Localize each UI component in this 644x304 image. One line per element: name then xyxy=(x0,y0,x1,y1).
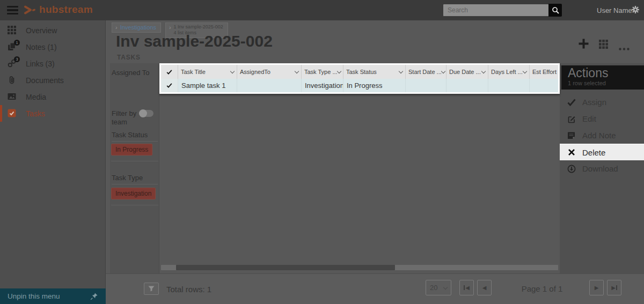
sidebar-item-label: Notes (1) xyxy=(26,43,57,51)
funnel-icon xyxy=(148,286,155,292)
prev-page-button[interactable]: ◀ xyxy=(477,280,492,295)
sidebar-item-label: Documents xyxy=(26,76,64,85)
settings-gear-icon[interactable] xyxy=(631,5,640,16)
action-assign[interactable]: Assign xyxy=(560,94,644,110)
last-page-icon xyxy=(616,285,617,290)
action-edit[interactable]: Edit xyxy=(560,110,644,127)
user-name[interactable]: User Name xyxy=(597,6,632,14)
page-size-select[interactable]: 20 xyxy=(426,280,451,295)
next-page-button[interactable]: ▶ xyxy=(589,280,604,295)
logo-text: hubstream xyxy=(39,4,93,16)
menu-icon[interactable] xyxy=(7,6,18,16)
total-rows-label: Total rows: 1 xyxy=(166,285,211,294)
next-page-icon: ▶ xyxy=(595,285,599,291)
search-bar xyxy=(443,4,562,17)
edit-icon xyxy=(567,115,576,123)
page-indicator: Page 1 of 1 xyxy=(510,284,574,293)
page-title: Inv sample-2025-002 xyxy=(116,32,273,50)
column-header-start-date[interactable]: Start Date ... xyxy=(406,65,447,79)
filter-divider xyxy=(111,205,158,205)
sidebar-item-label: Links (3) xyxy=(26,60,55,68)
cell-days-left xyxy=(488,79,530,92)
actions-title: Actions xyxy=(568,66,644,81)
hubstream-logo[interactable]: hubstream xyxy=(24,4,93,16)
task-type-filter-chip[interactable]: Investigation xyxy=(111,188,156,199)
prev-page-icon: ◀ xyxy=(482,285,487,291)
cell-assigned-to xyxy=(237,79,302,92)
note-icon xyxy=(567,131,576,139)
first-page-button[interactable]: ◀ xyxy=(459,280,474,295)
sidebar-item-documents[interactable]: Documents xyxy=(0,72,105,88)
filter-panel: Assigned To Filter by team Task Status I… xyxy=(110,63,159,273)
sidebar-item-tasks[interactable]: Tasks xyxy=(0,105,105,122)
column-header-due-date[interactable]: Due Date ... xyxy=(447,65,488,79)
check-icon xyxy=(567,99,576,106)
unpin-menu-button[interactable]: Unpin this menu xyxy=(0,288,106,304)
column-header-days-left[interactable]: Days Left ... xyxy=(488,65,530,79)
cell-start-date xyxy=(406,79,447,92)
notes-icon: 1 xyxy=(8,42,17,51)
column-header-est-effort[interactable]: Est Effort D xyxy=(530,65,558,79)
task-check-icon xyxy=(8,109,17,118)
page-section-label: TASKS xyxy=(117,54,141,61)
more-ellipsis-icon xyxy=(619,48,630,50)
chevron-down-icon xyxy=(230,69,235,73)
search-button[interactable] xyxy=(548,4,562,17)
task-type-label: Task Type xyxy=(112,174,158,184)
first-page-icon xyxy=(464,285,465,290)
breadcrumb-investigations[interactable]: Investigations xyxy=(112,23,161,33)
top-bar: hubstream User Name xyxy=(0,0,644,20)
column-header-assigned-to[interactable]: AssignedTo xyxy=(237,65,302,79)
grid-view-button[interactable] xyxy=(599,40,608,51)
actions-header: Actions 1 row selected xyxy=(561,65,644,90)
scrollbar-thumb[interactable] xyxy=(176,265,395,270)
chevron-down-icon xyxy=(441,69,445,73)
toggle-knob xyxy=(139,109,147,117)
sidebar-item-links[interactable]: 3 Links (3) xyxy=(0,55,105,72)
breadcrumb-link: Investigations xyxy=(120,24,156,31)
sidebar-item-overview[interactable]: Overview xyxy=(0,22,105,39)
left-sidebar: Overview 1 Notes (1) 3 Links (3) xyxy=(0,20,106,288)
task-status-label: Task Status xyxy=(112,131,158,142)
logo-mark-icon xyxy=(24,5,36,15)
add-icon xyxy=(578,38,589,49)
check-icon xyxy=(166,83,172,88)
cell-task-type: Investigation xyxy=(302,79,343,92)
task-status-filter-chip[interactable]: In Progress xyxy=(111,144,152,155)
column-header-task-status[interactable]: Task Status xyxy=(343,65,406,79)
cell-est-effort xyxy=(530,79,558,92)
sidebar-item-media[interactable]: Media xyxy=(0,88,105,105)
filter-toggle-button[interactable] xyxy=(144,283,159,295)
chevron-down-icon xyxy=(481,69,486,73)
actions-panel: Actions 1 row selected Assign Edit xyxy=(560,63,644,273)
sidebar-item-label: Overview xyxy=(26,26,57,35)
cell-due-date xyxy=(447,79,488,92)
table-row[interactable]: Sample task 1 Investigation In Progress xyxy=(161,79,558,92)
chevron-down-icon xyxy=(399,69,403,73)
check-icon xyxy=(166,69,172,75)
action-add-note[interactable]: Add Note xyxy=(560,127,644,144)
select-all-checkbox[interactable] xyxy=(161,65,178,79)
chevron-down-icon xyxy=(295,69,299,73)
column-header-task-title[interactable]: Task Title xyxy=(178,65,237,79)
links-count-badge: 3 xyxy=(14,56,20,62)
page-size-value: 20 xyxy=(430,284,437,292)
chevron-down-icon xyxy=(443,285,448,289)
filter-divider xyxy=(111,161,158,161)
search-input[interactable] xyxy=(443,4,548,17)
unpin-menu-label: Unpin this menu xyxy=(8,292,60,300)
add-button[interactable] xyxy=(578,38,589,51)
horizontal-scrollbar[interactable] xyxy=(161,265,558,270)
action-download[interactable]: Download xyxy=(560,160,644,177)
more-button[interactable] xyxy=(619,43,630,53)
action-delete[interactable]: Delete xyxy=(560,144,644,160)
paperclip-icon xyxy=(8,76,17,85)
notes-count-badge: 1 xyxy=(14,40,20,46)
sidebar-item-notes[interactable]: 1 Notes (1) xyxy=(0,39,105,55)
column-header-task-type[interactable]: Task Type ... xyxy=(302,65,343,79)
team-filter-toggle[interactable] xyxy=(140,110,153,117)
tasks-table: Task Title AssignedTo Task Type ... Task… xyxy=(159,63,560,94)
row-checkbox[interactable] xyxy=(161,79,178,92)
last-page-button[interactable]: ▶ xyxy=(607,280,621,295)
grid-view-icon xyxy=(599,40,608,49)
